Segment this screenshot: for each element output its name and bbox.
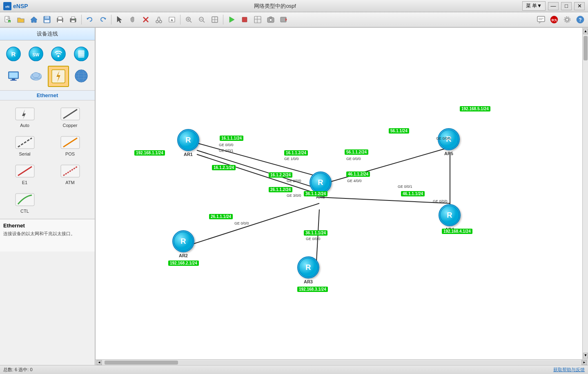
window-title: 网络类型中的ospf bbox=[28, 2, 522, 10]
svg-rect-12 bbox=[58, 17, 62, 20]
e1-cable-icon bbox=[15, 163, 35, 179]
description-text: 连接设备的以太网和千兆以太接口。 bbox=[3, 230, 91, 237]
close-button[interactable]: ✕ bbox=[574, 2, 585, 10]
svg-line-26 bbox=[159, 17, 160, 20]
cable-ctl[interactable]: CTL bbox=[3, 189, 46, 216]
description-box: Ethernet 连接设备的以太网和千兆以太接口。 bbox=[0, 219, 95, 252]
h-scroll-right[interactable]: ► bbox=[581, 360, 587, 365]
grid-button[interactable] bbox=[252, 14, 264, 25]
minimize-button[interactable]: — bbox=[548, 2, 559, 10]
globe-device-icon[interactable] bbox=[71, 66, 91, 87]
ip-36-1-1-2: 36.1.1.2/24 bbox=[304, 191, 327, 196]
h-scrollbar-track bbox=[103, 361, 581, 365]
svg-text:华为: 华为 bbox=[551, 18, 557, 22]
toolbar-separator-3 bbox=[180, 15, 180, 24]
chat-button[interactable] bbox=[535, 14, 547, 25]
svg-line-34 bbox=[203, 21, 205, 22]
svg-rect-73 bbox=[11, 80, 17, 81]
ip-46-1-1-2: 46.1.1.2/24 bbox=[346, 171, 370, 177]
ip-192-168-4-1: 192.168.4.1/24 bbox=[442, 229, 472, 234]
ip-56-1-1: 56.1.1/24 bbox=[389, 128, 409, 134]
open-button[interactable] bbox=[15, 14, 27, 25]
router-ar6-circle[interactable]: R bbox=[310, 171, 332, 194]
svg-text:A: A bbox=[171, 18, 173, 22]
home-button[interactable] bbox=[28, 14, 40, 25]
cut-button[interactable] bbox=[153, 14, 165, 25]
router-ar4-circle[interactable]: R bbox=[439, 204, 461, 226]
screen-record-button[interactable] bbox=[278, 14, 290, 25]
new-file-button[interactable]: + bbox=[2, 14, 14, 25]
play-button[interactable] bbox=[225, 14, 238, 25]
v-scrollbar-thumb[interactable] bbox=[584, 36, 588, 60]
svg-rect-15 bbox=[71, 17, 75, 19]
v-scroll-up[interactable]: ▲ bbox=[583, 29, 588, 34]
v-scroll-down[interactable]: ▼ bbox=[583, 353, 588, 358]
ip-16-1-1-2: 16.1.1.2/24 bbox=[284, 150, 308, 156]
iface-ar3-ge000: GE 0/0/0 bbox=[306, 237, 321, 241]
zoom-out-button[interactable] bbox=[196, 14, 208, 25]
print-button[interactable] bbox=[67, 14, 79, 25]
save-button[interactable] bbox=[41, 14, 53, 25]
status-help[interactable]: 获取帮助与反馈 bbox=[553, 367, 585, 373]
svg-line-30 bbox=[190, 21, 192, 22]
router-ar4[interactable]: R AR4 bbox=[439, 204, 461, 232]
network-canvas[interactable]: R AR1 R AR2 bbox=[96, 28, 588, 359]
canvas-area[interactable]: ▲ ▼ bbox=[96, 28, 588, 359]
iface-ar4-ge001: GE 0/0/1 bbox=[398, 185, 412, 189]
cable-e1[interactable]: E1 bbox=[3, 161, 46, 187]
cloud-device-icon[interactable] bbox=[26, 66, 47, 87]
cable-atm[interactable]: ATM bbox=[49, 161, 91, 187]
zoom-in-button[interactable] bbox=[183, 14, 195, 25]
h-scrollbar-thumb[interactable] bbox=[105, 361, 178, 365]
svg-rect-49 bbox=[537, 16, 545, 22]
wifi-device-icon[interactable] bbox=[48, 44, 69, 64]
svg-point-77 bbox=[32, 72, 39, 78]
iface-ar5-ge000: GE 0/0/0 bbox=[436, 136, 451, 140]
firewall-device-icon[interactable] bbox=[71, 44, 91, 64]
menu-button[interactable]: 菜 单▼ bbox=[522, 1, 546, 11]
horizontal-scrollbar[interactable]: ◄ ► bbox=[96, 359, 588, 365]
text-button[interactable]: A bbox=[166, 14, 178, 25]
svg-line-98 bbox=[196, 143, 319, 177]
fit-button[interactable] bbox=[209, 14, 221, 25]
cable-auto[interactable]: Auto bbox=[3, 104, 46, 130]
snapshot-button[interactable] bbox=[265, 14, 277, 25]
hand-button[interactable] bbox=[127, 14, 139, 25]
router-ar3-circle[interactable]: R bbox=[297, 256, 319, 278]
cable-copper[interactable]: Copper bbox=[49, 104, 91, 130]
iface-ar6-ge400: GE 4/0/0 bbox=[347, 179, 362, 183]
undo-button[interactable] bbox=[84, 14, 96, 25]
ip-192-168-3-1: 192.168.3.1/24 bbox=[297, 287, 328, 292]
status-count: 总数: 6 选中: 0 bbox=[3, 367, 33, 373]
svg-line-103 bbox=[319, 197, 450, 203]
router-ar5[interactable]: R AR5 bbox=[438, 128, 460, 156]
router-ar3[interactable]: R AR3 bbox=[297, 256, 319, 284]
huawei-button[interactable]: 华为 bbox=[548, 14, 560, 25]
redo-button[interactable] bbox=[97, 14, 109, 25]
print-preview-button[interactable] bbox=[54, 14, 66, 25]
settings-button[interactable] bbox=[561, 14, 573, 25]
router-ar1[interactable]: R AR1 bbox=[177, 129, 199, 157]
cable-pos[interactable]: POS bbox=[49, 132, 91, 158]
help-button[interactable]: ? bbox=[574, 14, 586, 25]
pc-device-icon[interactable] bbox=[3, 66, 24, 87]
ip-36-1-1-1: 36.1.1.1/24 bbox=[304, 230, 327, 236]
toolbar-separator-2 bbox=[111, 15, 111, 24]
svg-rect-47 bbox=[281, 17, 286, 22]
cable-serial[interactable]: Serial bbox=[3, 132, 46, 158]
stop-button[interactable] bbox=[238, 14, 251, 25]
ethernet-selected-icon[interactable] bbox=[48, 66, 69, 87]
vertical-scrollbar[interactable]: ▲ ▼ bbox=[582, 28, 588, 359]
router-ar2[interactable]: R AR2 bbox=[172, 230, 194, 258]
delete-button[interactable] bbox=[140, 14, 152, 25]
router-ar2-label: AR2 bbox=[179, 253, 188, 258]
router-ar1-circle[interactable]: R bbox=[177, 129, 199, 151]
pointer-button[interactable] bbox=[114, 14, 126, 25]
h-scroll-left[interactable]: ◄ bbox=[96, 360, 102, 365]
iface-ar4-ge000: GE 0/0/0 bbox=[433, 199, 448, 203]
maximize-button[interactable]: □ bbox=[561, 2, 572, 10]
router-ar2-circle[interactable]: R bbox=[172, 230, 194, 252]
switch-device-icon[interactable]: SW bbox=[26, 44, 47, 64]
router-device-icon[interactable]: R bbox=[3, 44, 24, 64]
cable-grid: Auto Copper bbox=[0, 100, 95, 219]
